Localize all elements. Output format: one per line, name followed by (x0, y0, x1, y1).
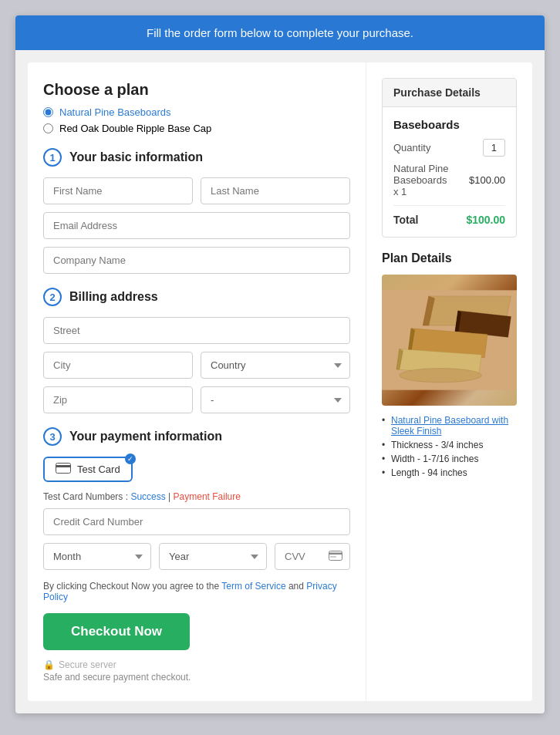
street-row (43, 317, 350, 344)
year-select[interactable]: Year 202420252026202720282029 (159, 543, 267, 570)
success-link[interactable]: Success (130, 491, 165, 502)
section1-number: 1 (43, 148, 62, 167)
plan-label-2: Red Oak Double Ripple Base Cap (59, 123, 211, 134)
svg-rect-3 (329, 552, 342, 555)
product-section-title: Baseboards (393, 118, 505, 131)
section2-number: 2 (43, 288, 62, 306)
bullet-item-0: Natural Pine Baseboard with Sleek Finish (382, 415, 517, 437)
country-select[interactable]: Country (201, 352, 350, 379)
city-input[interactable] (43, 352, 193, 379)
top-banner: Fill the order form below to complete yo… (15, 15, 545, 50)
choose-plan-title: Choose a plan (43, 81, 350, 99)
left-panel: Choose a plan Natural Pine Baseboards Re… (28, 62, 366, 701)
cc-row (43, 508, 350, 535)
total-price: $100.00 (466, 214, 505, 226)
email-input[interactable] (43, 212, 350, 239)
purchase-box: Purchase Details Baseboards Quantity 1 N… (382, 78, 517, 238)
section3-title: Your payment information (69, 430, 222, 443)
plan-radio-2[interactable] (43, 123, 53, 133)
section1-header: 1 Your basic information (43, 148, 350, 167)
zip-state-row: - (43, 386, 350, 413)
section2-header: 2 Billing address (43, 288, 350, 306)
cvv-icon (329, 550, 342, 564)
terms-prefix: By clicking Checkout Now you agree to th… (43, 581, 221, 592)
bullet-item-1: Thickness - 3/4 inches (382, 440, 517, 450)
month-year-row: Month 01020304 05060708 09101112 Year 20… (43, 543, 350, 570)
svg-rect-1 (56, 465, 71, 467)
page-wrapper: Fill the order form below to complete yo… (15, 15, 545, 713)
total-row: Total $100.00 (393, 214, 505, 226)
purchase-details-title: Purchase Details (383, 79, 516, 107)
terms-middle: and (286, 581, 307, 592)
product-price: $100.00 (469, 174, 505, 186)
zip-input[interactable] (43, 386, 193, 413)
quantity-value: 1 (483, 139, 505, 157)
city-country-row: Country (43, 352, 350, 379)
svg-rect-2 (329, 551, 342, 560)
card-selector: Test Card ✓ (43, 457, 350, 482)
product-image (382, 275, 517, 406)
company-row (43, 247, 350, 274)
main-content: Choose a plan Natural Pine Baseboards Re… (28, 62, 532, 701)
checkout-button[interactable]: Checkout Now (43, 613, 190, 650)
section3-header: 3 Your payment information (43, 427, 350, 446)
name-row (43, 177, 350, 204)
svg-rect-4 (330, 556, 336, 558)
street-input[interactable] (43, 317, 350, 344)
first-name-input[interactable] (43, 177, 193, 204)
plan-option-1[interactable]: Natural Pine Baseboards (43, 106, 350, 118)
email-row (43, 212, 350, 239)
section3-number: 3 (43, 427, 62, 446)
test-card-option[interactable]: Test Card ✓ (43, 457, 133, 482)
plan-details-title: Plan Details (382, 251, 517, 265)
plan-option-2[interactable]: Red Oak Double Ripple Base Cap (43, 123, 350, 134)
terms-text: By clicking Checkout Now you agree to th… (43, 581, 350, 602)
lock-row: 🔒 Secure server (43, 659, 350, 670)
divider (393, 205, 505, 206)
svg-rect-0 (56, 464, 71, 474)
company-input[interactable] (43, 247, 350, 274)
state-select[interactable]: - (201, 386, 350, 413)
safe-label: Safe and secure payment checkout. (43, 672, 350, 683)
lock-icon: 🔒 (43, 659, 55, 670)
plan-radio-1[interactable] (43, 107, 53, 117)
cvv-wrap (275, 543, 350, 570)
plan-label-1: Natural Pine Baseboards (59, 106, 171, 118)
failure-link[interactable]: Payment Failure (174, 491, 241, 502)
section2-title: Billing address (69, 290, 158, 304)
test-card-label: Test Card (77, 464, 120, 475)
section1-title: Your basic information (69, 150, 203, 164)
cc-number-input[interactable] (43, 508, 350, 535)
total-label: Total (393, 214, 418, 226)
month-select[interactable]: Month 01020304 05060708 09101112 (43, 543, 151, 570)
bullet-item-2: Width - 1-7/16 inches (382, 453, 517, 464)
svg-point-14 (400, 369, 482, 383)
card-check-icon: ✓ (125, 453, 136, 464)
secure-info: 🔒 Secure server Safe and secure payment … (43, 659, 350, 683)
quantity-label: Quantity (393, 142, 430, 153)
quantity-row: Quantity 1 (393, 139, 505, 157)
test-card-prefix: Test Card Numbers : (43, 491, 130, 502)
terms-link[interactable]: Term of Service (221, 581, 285, 592)
test-card-info: Test Card Numbers : Success | Payment Fa… (43, 491, 350, 502)
secure-label: Secure server (59, 659, 116, 670)
credit-card-icon (56, 463, 71, 476)
banner-text: Fill the order form below to complete yo… (147, 26, 413, 39)
bullet-item-3: Length - 94 inches (382, 467, 517, 478)
product-name: Natural Pine Baseboards x 1 (393, 163, 469, 197)
product-price-row: Natural Pine Baseboards x 1 $100.00 (393, 163, 505, 197)
separator: | (166, 491, 174, 502)
bullet-list: Natural Pine Baseboard with Sleek Finish… (382, 415, 517, 478)
last-name-input[interactable] (201, 177, 350, 204)
right-panel: Purchase Details Baseboards Quantity 1 N… (366, 62, 532, 701)
